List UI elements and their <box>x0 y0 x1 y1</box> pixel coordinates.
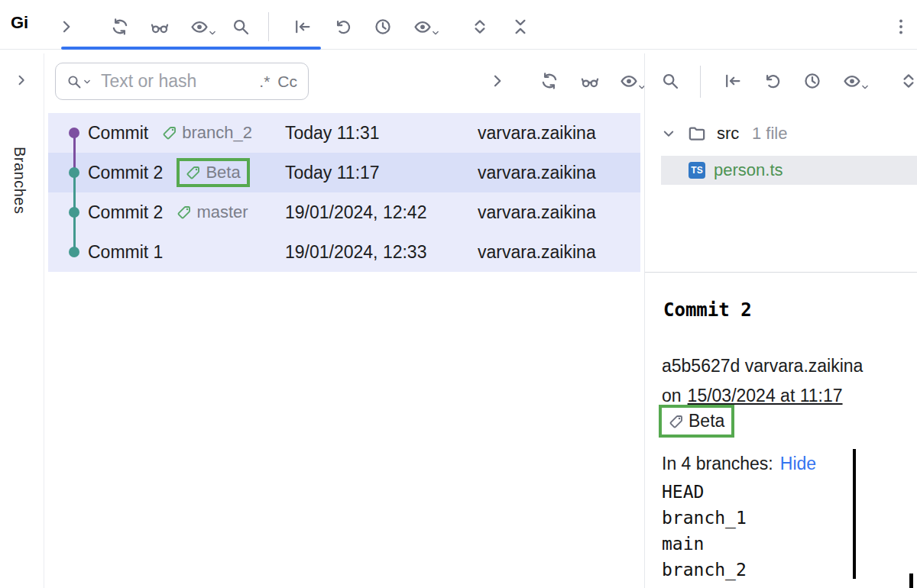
details-divider <box>645 272 917 273</box>
show-more-chevron-icon[interactable] <box>55 15 78 38</box>
refresh-icon[interactable] <box>109 15 131 38</box>
graph-node-icon <box>69 207 79 218</box>
branch-tag: master <box>177 202 248 222</box>
go-to-hash-icon[interactable] <box>291 15 314 38</box>
commit-message: Commit 1 <box>88 242 163 263</box>
branch-item: branch_2 <box>662 557 747 583</box>
details-revert-icon[interactable] <box>761 69 784 92</box>
more-options-icon[interactable] <box>889 15 912 38</box>
details-preview-eye-icon[interactable] <box>841 69 864 92</box>
left-tool-stripe: Branches <box>0 53 44 588</box>
top-toolbar: Gi <box>0 0 917 49</box>
commit-message: Commit 2 <box>88 202 163 223</box>
branch-item: branch_1 <box>662 505 747 531</box>
toolbar-separator <box>700 66 701 98</box>
tag-label: branch_2 <box>182 123 252 143</box>
commit-row[interactable]: Commit branch_2 Today 11:31 varvara.zaik… <box>48 113 640 153</box>
ide-window: { "app": { "window_label": "Gi", "stripe… <box>0 0 917 588</box>
commit-date: Today 11:31 <box>285 123 380 144</box>
expand-all-icon[interactable] <box>468 15 491 38</box>
intellisort-glasses-icon[interactable] <box>148 15 171 38</box>
commit-date: 19/01/2024, 12:33 <box>285 242 426 263</box>
commit-date: Today 11:17 <box>285 163 380 183</box>
branch-tag: branch_2 <box>162 123 252 143</box>
collapse-all-icon[interactable] <box>509 15 532 38</box>
tool-window-title: Gi <box>11 13 28 33</box>
branch-item: main <box>662 531 747 557</box>
details-history-clock-icon[interactable] <box>801 69 824 92</box>
search-icon[interactable] <box>229 15 252 38</box>
file-count: 1 file <box>752 124 787 144</box>
panel-divider[interactable] <box>644 53 645 588</box>
panel-scrollbar[interactable] <box>909 573 913 588</box>
commit-author: varvara.zaikina <box>478 202 596 223</box>
highlight-box: Beta <box>177 158 249 187</box>
match-case-toggle[interactable]: Cc <box>277 73 297 91</box>
revert-icon[interactable] <box>332 15 355 38</box>
commit-row[interactable]: Commit 1 19/01/2024, 12:33 varvara.zaiki… <box>48 232 640 272</box>
changed-file-row[interactable]: TS person.ts <box>661 156 917 185</box>
history-clock-icon[interactable] <box>371 15 394 38</box>
commit-list: Commit branch_2 Today 11:31 varvara.zaik… <box>48 113 640 272</box>
log-show-more-chevron-icon[interactable] <box>486 69 509 92</box>
typescript-file-icon: TS <box>689 162 705 179</box>
log-intellisort-glasses-icon[interactable] <box>578 69 601 92</box>
tab-branches[interactable]: Branches <box>11 147 28 215</box>
commit-date-value: 15/03/2024 at 11:17 <box>688 386 843 405</box>
log-search-icon[interactable] <box>659 69 682 92</box>
details-expand-icon[interactable] <box>897 69 917 92</box>
commit-author: varvara.zaikina <box>478 123 596 144</box>
preview-diff-eye-icon[interactable] <box>411 15 434 38</box>
search-input[interactable] <box>99 70 251 92</box>
tag-label: master <box>196 202 248 222</box>
commit-date: 19/01/2024, 12:42 <box>285 202 426 223</box>
graph-node-icon <box>69 167 79 178</box>
hide-link[interactable]: Hide <box>780 454 816 473</box>
commit-date-line: on15/03/2024 at 11:17 <box>662 386 843 406</box>
log-preview-eye-icon[interactable] <box>617 69 640 92</box>
folder-icon <box>686 123 708 144</box>
commit-author: varvara.zaikina <box>478 242 596 263</box>
graph-node-icon <box>69 247 79 257</box>
branch-list-scrollbar[interactable] <box>853 449 856 579</box>
folder-name[interactable]: src <box>717 124 739 144</box>
commit-hash-author: a5b5627d varvara.zaikina <box>662 356 863 376</box>
commit-details-title: Commit 2 <box>663 299 752 321</box>
commit-message: Commit 2 <box>88 163 163 183</box>
branch-tag: Beta <box>186 163 240 183</box>
regex-toggle[interactable]: .* <box>259 73 270 91</box>
branch-list: HEAD branch_1 main branch_2 <box>662 479 747 583</box>
tag-label: Beta <box>689 411 724 431</box>
preview-eye-icon[interactable] <box>188 15 211 38</box>
tag-label: Beta <box>206 163 240 183</box>
commit-message: Commit <box>88 123 148 144</box>
file-name[interactable]: person.ts <box>714 160 783 180</box>
commit-row[interactable]: Commit 2 master 19/01/2024, 12:42 varvar… <box>48 192 640 232</box>
tag-icon <box>669 414 684 429</box>
branch-item: HEAD <box>662 479 747 505</box>
in-branches-line: In 4 branches:Hide <box>662 454 816 474</box>
search-with-history-icon[interactable] <box>66 74 92 89</box>
log-search-field[interactable]: .* Cc <box>55 63 309 100</box>
highlight-box: Beta <box>659 405 734 438</box>
commit-row-selected[interactable]: Commit 2 Beta Today 11:17 varvara.zaikin… <box>48 153 640 192</box>
active-tab-indicator <box>61 47 321 50</box>
stripe-chevron-icon[interactable] <box>10 69 33 92</box>
tree-collapse-chevron-icon[interactable] <box>659 124 679 144</box>
toolbar-separator <box>268 12 269 41</box>
commit-author: varvara.zaikina <box>478 163 596 183</box>
details-go-to-hash-icon[interactable] <box>721 69 744 92</box>
log-refresh-icon[interactable] <box>538 69 561 92</box>
graph-node-icon <box>69 128 79 138</box>
